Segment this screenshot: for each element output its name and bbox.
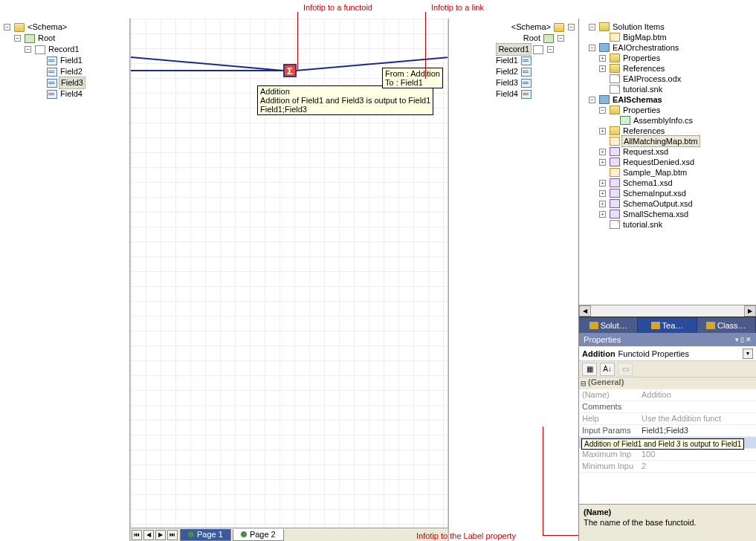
scroll-track[interactable] (591, 305, 744, 317)
tab-label: Class… (717, 321, 746, 330)
expander-icon (599, 76, 606, 82)
proj-icon-icon (599, 95, 610, 104)
expander-icon[interactable]: + (599, 211, 606, 218)
solution-scrollbar[interactable]: ◀ ▶ (579, 305, 756, 317)
property-value[interactable]: Use the Addition funct (639, 413, 756, 424)
tree-node-root[interactable]: − Root (1, 33, 129, 44)
tree-node-field[interactable]: Field2 (449, 66, 577, 77)
solution-item[interactable]: AssemblyInfo.cs (581, 115, 755, 126)
main-area: − <Schema> − Root − Record1 Field1 Field… (0, 19, 578, 541)
dropdown-icon[interactable]: ▾ (735, 336, 739, 343)
alphabetical-button[interactable]: A↓ (600, 363, 615, 376)
solution-item[interactable]: +References (581, 63, 755, 74)
property-category[interactable]: ⊟(General) (579, 378, 756, 389)
solution-item[interactable]: −EAIOrchestrations (581, 42, 755, 53)
tree-node-schema[interactable]: − <Schema> (1, 22, 129, 33)
property-pages-button[interactable]: ▭ (618, 363, 633, 376)
expander-icon[interactable]: − (547, 46, 554, 53)
property-value[interactable]: 100 (639, 449, 756, 460)
solution-item[interactable]: EAIProcess.odx (581, 74, 755, 84)
expander-icon[interactable]: + (599, 65, 606, 72)
properties-object-selector[interactable]: Addition Functoid Properties ▼ (579, 346, 756, 361)
close-icon[interactable]: ✕ (746, 336, 752, 343)
expander-icon[interactable]: − (4, 24, 10, 30)
solution-item[interactable]: +SchemaInput.xsd (581, 188, 755, 198)
solution-item[interactable]: +RequestDenied.xsd (581, 157, 755, 167)
solution-item[interactable]: +References (581, 126, 755, 136)
solution-item[interactable]: −EAISchemas (581, 94, 755, 105)
nav-first-button[interactable]: ⏮ (132, 530, 142, 540)
expander-icon[interactable]: ⊟ (579, 378, 588, 389)
solution-item[interactable]: +Request.xsd (581, 146, 755, 157)
expander-icon[interactable]: + (599, 180, 606, 187)
panel-tab-solution[interactable]: Solut… (579, 317, 638, 333)
property-row[interactable]: Minimum Inpu2 (579, 461, 756, 473)
nav-last-button[interactable]: ⏭ (167, 530, 178, 540)
tree-node-schema[interactable]: − <Schema> (449, 22, 577, 33)
solution-item[interactable]: −Properties (581, 105, 755, 115)
expander-icon[interactable]: − (25, 46, 31, 53)
expander-icon[interactable]: + (599, 149, 606, 155)
expander-icon[interactable]: − (558, 35, 564, 42)
property-value[interactable]: Field1;Field3 (639, 425, 756, 436)
tree-node-field[interactable]: Field3 (449, 77, 577, 88)
solution-item[interactable]: BigMap.btm (581, 32, 755, 42)
property-row[interactable]: Input ParamsField1;Field3 (579, 425, 756, 437)
nav-next-button[interactable]: ▶ (155, 530, 166, 540)
tree-node-field[interactable]: Field1 (1, 55, 129, 66)
tree-node-field[interactable]: Field1 (449, 55, 577, 66)
solution-item[interactable]: tutorial.snk (581, 84, 755, 94)
page-tab-1[interactable]: Page 1 (180, 529, 231, 541)
expander-icon[interactable]: − (589, 97, 595, 103)
tree-node-field[interactable]: Field4 (449, 88, 577, 100)
expander-icon[interactable]: − (599, 107, 606, 114)
tree-node-field[interactable]: Field4 (1, 88, 129, 100)
expander-icon[interactable]: + (599, 128, 606, 135)
property-value[interactable]: 2 (639, 461, 756, 472)
tree-node-record[interactable]: − Record1 (449, 44, 577, 55)
solution-item[interactable]: +Properties (581, 53, 755, 63)
tree-node-record[interactable]: − Record1 (1, 44, 129, 55)
solution-item-label: References (621, 63, 666, 74)
node-label: Field1 (494, 55, 520, 66)
scroll-right-button[interactable]: ▶ (744, 305, 756, 317)
tree-node-field[interactable]: Field3 (1, 77, 129, 88)
scroll-left-button[interactable]: ◀ (579, 305, 591, 317)
property-row[interactable]: Comments (579, 401, 756, 413)
tree-node-field[interactable]: Field2 (1, 66, 129, 77)
property-value[interactable] (639, 401, 756, 412)
solution-item[interactable]: +Schema1.xsd (581, 178, 755, 188)
nav-prev-button[interactable]: ◀ (143, 530, 154, 540)
expander-icon[interactable]: − (589, 24, 595, 30)
solution-item[interactable]: −Solution Items (581, 22, 755, 32)
file-xsd-icon (610, 158, 620, 166)
categorized-button[interactable]: ▦ (582, 363, 597, 376)
page-tab-2[interactable]: Page 2 (233, 529, 284, 541)
property-row[interactable]: HelpUse the Addition funct (579, 413, 756, 425)
solution-item[interactable]: +SchemaOutput.xsd (581, 198, 755, 209)
solution-item[interactable]: tutorial.snk (581, 219, 755, 230)
panel-tab-team[interactable]: Tea… (638, 317, 697, 333)
mapper-grid[interactable]: Σ Addition Addition of Field1 and Field3… (130, 19, 448, 541)
property-row[interactable]: (Name)Addition (579, 389, 756, 401)
dropdown-icon[interactable]: ▼ (743, 349, 753, 359)
solution-item[interactable]: +SmallSchema.xsd (581, 209, 755, 219)
expander-icon[interactable]: − (14, 35, 21, 42)
node-label: Record1 (47, 44, 81, 55)
field-icon (47, 68, 57, 77)
expander-icon[interactable]: + (599, 190, 606, 197)
folder-icon (554, 23, 564, 32)
panel-tab-class[interactable]: Class… (697, 317, 756, 333)
property-value[interactable]: Addition (639, 389, 756, 401)
expander-icon[interactable]: − (568, 24, 575, 30)
property-row[interactable]: Maximum Inp100 (579, 449, 756, 461)
pin-icon[interactable]: ▯ (740, 336, 744, 343)
addition-functoid[interactable]: Σ (283, 64, 297, 77)
expander-icon[interactable]: + (599, 55, 606, 62)
expander-icon[interactable]: + (599, 159, 606, 166)
expander-icon[interactable]: + (599, 201, 606, 207)
expander-icon[interactable]: − (589, 45, 595, 51)
solution-item[interactable]: Sample_Map.btm (581, 167, 755, 178)
tree-node-root[interactable]: − Root (449, 33, 577, 44)
solution-item[interactable]: AllMatchingMap.btm (581, 136, 755, 146)
